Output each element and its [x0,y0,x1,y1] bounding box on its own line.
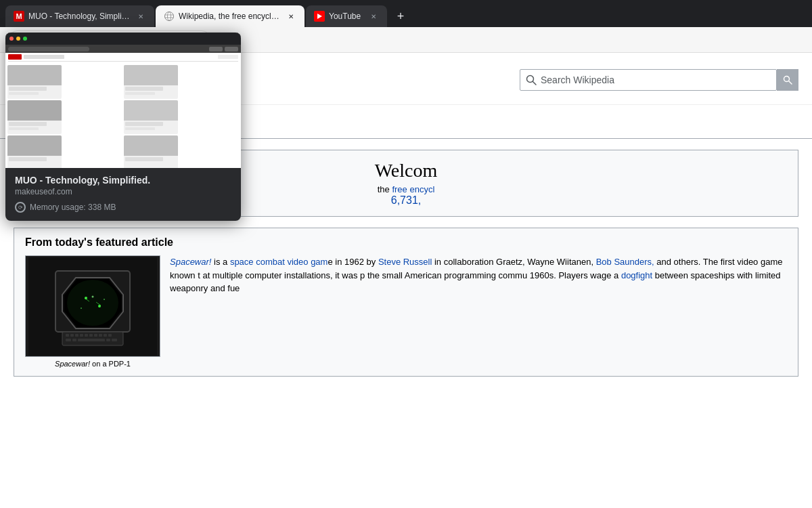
mini-card-2 [124,65,178,99]
mini-card-1 [7,65,62,99]
wiki-search-box[interactable]: Search Wikipedia [520,69,777,91]
tab-muo-close[interactable]: ✕ [135,11,146,22]
wikipedia-favicon-icon [164,11,175,22]
featured-article-header: From today's featured article [25,236,787,249]
tab-hover-tooltip: MUO - Technology, Simplified. makeuseof.… [5,33,241,221]
tooltip-info: MUO - Technology, Simplified. makeuseof.… [5,168,241,221]
dogfight-link[interactable]: dogfight [621,270,652,280]
mini-card-text2-4 [125,127,155,130]
svg-rect-30 [66,334,69,337]
tab-youtube-title: YouTube [329,12,364,21]
svg-rect-39 [108,334,112,337]
bob-saunders-link[interactable]: Bob Saunders, [596,257,654,267]
mini-card-5 [7,135,62,168]
tab-muo[interactable]: M MUO - Technology, Simplified. ✕ [5,5,154,27]
wiki-search-input[interactable]: Search Wikipedia [541,75,771,85]
mini-card-img-4 [124,100,178,121]
memory-icon: ⟳ [15,202,26,213]
mini-card-img-5 [7,135,62,156]
mini-article-grid [5,63,241,168]
svg-rect-41 [72,339,76,341]
mini-card-text-2 [125,87,163,91]
mini-nav-btn2 [225,47,238,51]
tab-bar: M MUO - Technology, Simplified. ✕ [0,0,812,27]
tooltip-preview [5,33,241,168]
svg-rect-37 [99,334,102,337]
tab-youtube-close[interactable]: ✕ [368,11,379,22]
mini-top-row [5,53,241,63]
tooltip-memory: ⟳ Memory usage: 338 MB [15,202,231,213]
mini-card-img-2 [124,65,178,85]
mini-card-text2-3 [9,127,39,130]
svg-rect-33 [80,334,83,337]
mini-browser-header [5,33,241,45]
search-icon [526,75,537,85]
svg-rect-34 [85,334,88,337]
youtube-favicon-icon [314,11,325,22]
tab-muo-title: MUO - Technology, Simplified. [28,12,131,21]
steve-russell-link[interactable]: Steve Russell [378,257,432,267]
tooltip-url: makeuseof.com [15,187,231,196]
wiki-search-area: Search Wikipedia [520,69,798,91]
svg-rect-32 [75,334,78,337]
mini-card-text2-1 [9,92,39,95]
mini-card-img-6 [124,135,178,156]
pdp1-illustration [28,257,157,356]
svg-rect-43 [106,339,110,341]
memory-text: Memory usage: 338 MB [30,203,116,212]
tab-wikipedia-title: Wikipedia, the free encyclopedia [179,12,281,21]
mini-dot-yellow [16,37,20,41]
featured-article-text: Spacewar! is a space combat video game i… [170,255,787,368]
mini-card-4 [124,100,178,134]
featured-caption-italic: Spacewar! [55,360,90,368]
svg-rect-36 [94,334,97,337]
svg-point-25 [81,308,82,309]
muo-favicon-icon: M [14,11,24,22]
tooltip-title: MUO - Technology, Simplified. [15,175,231,186]
svg-rect-31 [70,334,74,337]
svg-point-15 [784,77,790,82]
new-tab-button[interactable]: + [391,7,410,26]
mini-divider [8,61,238,62]
tab-wikipedia-close[interactable]: ✕ [286,11,296,22]
mini-card-text-1 [9,87,47,91]
space-combat-link[interactable]: space combat video gam [230,257,328,267]
mini-nav-links [24,55,64,59]
mini-nav-bar [5,45,241,53]
svg-point-26 [104,299,105,300]
mini-card-6 [124,135,178,168]
free-encyclopedia-link[interactable]: free encycl [392,184,434,194]
wiki-search-submit[interactable] [777,69,798,91]
featured-article-content: Spacewar! on a PDP-1 Spacewar! is a spac… [25,255,787,368]
svg-point-21 [67,280,118,326]
mini-nav-btn1 [209,47,223,51]
featured-article-section: From today's featured article [14,228,798,377]
mini-dot-green [23,37,27,41]
svg-line-16 [789,81,792,84]
svg-rect-42 [78,339,105,341]
featured-image-caption: Spacewar! on a PDP-1 [25,360,160,368]
featured-article-image [25,255,160,357]
mini-card-text-5 [9,157,47,161]
featured-spacewar-link[interactable]: Spacewar! [170,257,211,267]
svg-rect-40 [66,339,71,341]
mini-card-text2-2 [125,92,155,95]
mini-site-preview [5,33,241,168]
mini-search [218,55,238,59]
mini-address-bar [8,47,89,51]
mini-card-img-3 [7,100,62,121]
svg-line-14 [533,82,537,85]
mini-card-text-3 [9,122,47,126]
tab-youtube[interactable]: YouTube ✕ [306,5,387,27]
mini-card-img-1 [7,65,62,85]
mini-card-3 [7,100,62,134]
featured-image-area: Spacewar! on a PDP-1 [25,255,160,368]
svg-rect-35 [89,334,93,337]
tab-wikipedia[interactable]: Wikipedia, the free encyclopedia ✕ [156,5,304,27]
mini-card-text-4 [125,122,163,126]
svg-rect-38 [104,334,107,337]
browser-chrome: M MUO - Technology, Simplified. ✕ [0,0,812,53]
svg-rect-44 [112,339,117,341]
mini-muo-logo [8,54,22,60]
mini-dot-red [9,37,14,41]
